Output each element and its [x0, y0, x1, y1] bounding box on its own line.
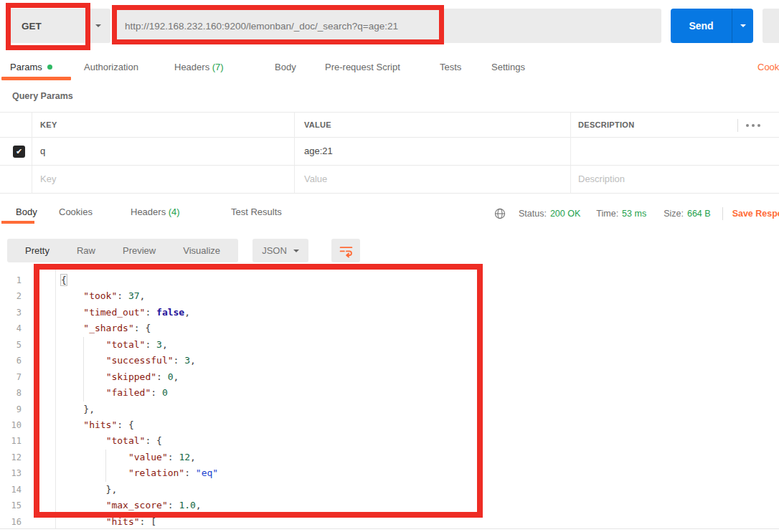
response-format-select[interactable]: JSON — [252, 239, 308, 262]
column-header-key: KEY — [40, 120, 57, 129]
param-enabled-checkbox[interactable]: ✔ — [13, 146, 25, 158]
chevron-down-icon — [95, 24, 101, 30]
request-tabs: Params Authorization Headers (7) Body Pr… — [0, 59, 779, 82]
tab-settings[interactable]: Settings — [491, 62, 525, 72]
tab-response-headers[interactable]: Headers (4) — [131, 206, 180, 217]
send-button-label: Send — [671, 9, 732, 43]
column-header-value: VALUE — [304, 120, 331, 129]
response-view-switch: Pretty Raw Preview Visualize — [7, 239, 238, 262]
code-gutter: 12345678910111213141516 — [0, 272, 22, 528]
divider — [0, 528, 779, 529]
param-value-cell[interactable]: age:21 — [304, 146, 333, 156]
network-globe-icon[interactable] — [494, 208, 506, 219]
query-params-title: Query Params — [12, 91, 73, 101]
time-label: Time: — [596, 209, 618, 219]
send-options-button[interactable] — [732, 9, 753, 43]
status-label: Status: — [519, 209, 547, 219]
save-request-button[interactable] — [763, 9, 779, 43]
view-tab-pretty[interactable]: Pretty — [11, 245, 63, 256]
chevron-down-icon — [293, 250, 299, 255]
params-active-dot — [47, 65, 52, 70]
tab-response-cookies[interactable]: Cookies — [59, 206, 93, 217]
code-lines: { "took": 37, "timed_out": false, "_shar… — [61, 272, 218, 528]
param-key-cell[interactable]: q — [40, 146, 45, 156]
response-format-value: JSON — [262, 245, 287, 256]
divider — [55, 269, 56, 528]
response-body-editor[interactable]: 12345678910111213141516 { "took": 37, "t… — [0, 269, 779, 528]
active-tab-underline — [1, 77, 71, 80]
wrap-text-icon — [339, 243, 354, 258]
view-tab-preview[interactable]: Preview — [109, 245, 169, 256]
send-button[interactable]: Send — [671, 9, 753, 43]
view-tab-raw[interactable]: Raw — [63, 245, 109, 256]
response-meta: Status: 200 OK Time: 53 ms Size: 664 B S… — [494, 206, 779, 221]
status-value: 200 OK — [550, 209, 580, 219]
postman-request-window: GET http://192.168.232.160:9200/lemonban… — [0, 0, 779, 532]
table-header-row: KEY VALUE DESCRIPTION — [0, 112, 779, 138]
tab-authorization[interactable]: Authorization — [84, 62, 138, 72]
tab-headers[interactable]: Headers (7) — [174, 62, 224, 72]
divider — [722, 207, 723, 220]
divider — [737, 119, 738, 132]
tab-test-results[interactable]: Test Results — [231, 206, 282, 217]
active-tab-underline — [1, 221, 34, 224]
http-method-select[interactable]: GET — [10, 9, 110, 43]
time-value: 53 ms — [622, 209, 646, 219]
tab-response-body[interactable]: Body — [16, 206, 37, 217]
table-row-empty: Key Value Description — [0, 166, 779, 194]
more-options-icon[interactable] — [746, 124, 760, 127]
tab-tests[interactable]: Tests — [440, 62, 461, 72]
table-row: ✔ q age:21 — [0, 138, 779, 166]
tab-pre-request-script[interactable]: Pre-request Script — [325, 62, 400, 72]
column-header-description: DESCRIPTION — [578, 120, 634, 129]
query-params-table: KEY VALUE DESCRIPTION ✔ q age:21 Key Val… — [0, 112, 779, 194]
wrap-lines-button[interactable] — [331, 239, 360, 262]
param-key-placeholder[interactable]: Key — [40, 174, 56, 184]
view-tab-visualize[interactable]: Visualize — [169, 245, 234, 256]
save-response-button[interactable]: Save Response — [732, 209, 779, 219]
param-value-placeholder[interactable]: Value — [304, 174, 327, 184]
size-value: 664 B — [687, 209, 711, 219]
size-label: Size: — [664, 209, 684, 219]
cookies-link[interactable]: Cookies — [757, 62, 779, 72]
chevron-down-icon — [740, 24, 746, 30]
http-method-value: GET — [22, 21, 42, 32]
request-url-value: http://192.168.232.160:9200/lemonban/_do… — [125, 21, 398, 32]
tab-params[interactable]: Params — [10, 62, 52, 72]
tab-body[interactable]: Body — [275, 62, 296, 72]
param-description-placeholder[interactable]: Description — [578, 174, 625, 184]
request-url-input[interactable]: http://192.168.232.160:9200/lemonban/_do… — [115, 9, 661, 43]
